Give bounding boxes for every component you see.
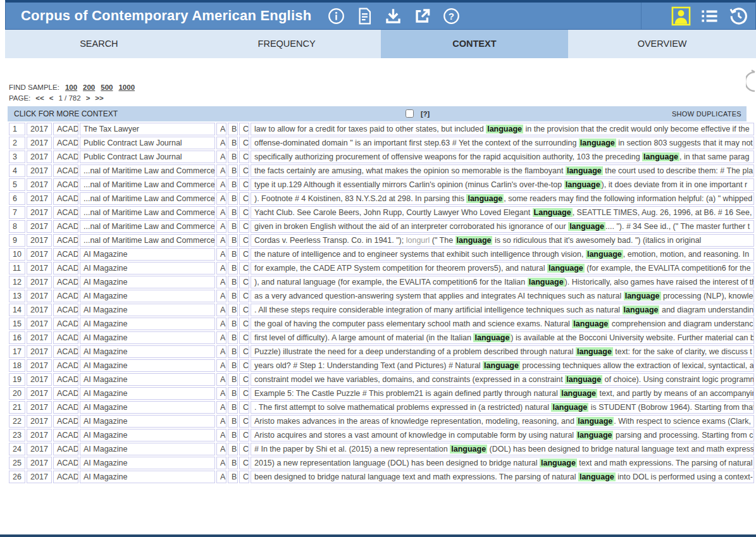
- kwic-context[interactable]: Aristo makes advances in the areas of kn…: [251, 415, 754, 428]
- kwic-keyword[interactable]: language: [568, 222, 605, 231]
- kwic-context[interactable]: given in broken English without the aid …: [251, 220, 754, 233]
- expand-c-link[interactable]: C: [239, 206, 249, 219]
- row-genre-link[interactable]: ACAD: [53, 415, 78, 428]
- kwic-keyword[interactable]: language: [560, 389, 597, 398]
- kwic-keyword[interactable]: Language: [533, 208, 573, 217]
- row-source-link[interactable]: ...nal of Maritime Law and Commerce: [80, 178, 215, 191]
- expand-b-link[interactable]: B: [228, 387, 238, 400]
- kwic-keyword[interactable]: language: [540, 459, 577, 467]
- row-source-link[interactable]: AI Magazine: [80, 457, 215, 469]
- expand-b-link[interactable]: B: [228, 429, 238, 441]
- kwic-context[interactable]: law to allow for a credit for taxes paid…: [251, 123, 754, 135]
- row-genre-link[interactable]: ACAD: [53, 318, 78, 330]
- kwic-keyword[interactable]: language: [547, 264, 585, 273]
- kwic-keyword[interactable]: language: [486, 125, 523, 133]
- expand-c-link[interactable]: C: [239, 262, 249, 275]
- external-link-icon[interactable]: [414, 8, 431, 25]
- kwic-context[interactable]: been designed to bridge natural language…: [251, 471, 754, 483]
- expand-b-link[interactable]: B: [228, 290, 238, 302]
- row-source-link[interactable]: AI Magazine: [80, 471, 215, 483]
- expand-c-link[interactable]: C: [239, 123, 249, 135]
- row-genre-link[interactable]: ACAD: [53, 359, 78, 372]
- tab-context[interactable]: CONTEXT: [381, 30, 569, 58]
- expand-a-link[interactable]: A: [216, 471, 226, 483]
- kwic-context[interactable]: constraint model we have variables, doma…: [251, 373, 754, 386]
- expand-a-link[interactable]: A: [216, 137, 226, 149]
- row-genre-link[interactable]: ACAD: [53, 457, 78, 469]
- row-source-link[interactable]: AI Magazine: [80, 304, 215, 316]
- row-genre-link[interactable]: ACAD: [53, 151, 78, 163]
- tab-overview[interactable]: OVERVIEW: [568, 30, 756, 58]
- row-source-link[interactable]: AI Magazine: [80, 248, 215, 261]
- row-source-link[interactable]: AI Magazine: [80, 276, 215, 288]
- checkbox-help-link[interactable]: [?]: [421, 106, 430, 121]
- expand-a-link[interactable]: A: [216, 304, 226, 316]
- row-source-link[interactable]: AI Magazine: [80, 429, 215, 441]
- kwic-keyword[interactable]: language: [473, 333, 511, 342]
- expand-c-link[interactable]: C: [239, 415, 249, 428]
- download-icon[interactable]: [385, 8, 402, 25]
- kwic-keyword[interactable]: language: [455, 236, 493, 245]
- kwic-context[interactable]: Puzzle) illustrate the need for a deep u…: [251, 345, 754, 358]
- expand-a-link[interactable]: A: [216, 151, 226, 163]
- row-source-link[interactable]: AI Magazine: [80, 443, 215, 455]
- row-source-link[interactable]: AI Magazine: [80, 359, 215, 372]
- prev-page-button[interactable]: <: [49, 94, 54, 102]
- kwic-keyword[interactable]: language: [623, 306, 660, 314]
- expand-b-link[interactable]: B: [228, 137, 238, 149]
- expand-a-link[interactable]: A: [216, 234, 226, 247]
- kwic-context[interactable]: as a very advanced question-answering sy…: [251, 290, 754, 302]
- expand-c-link[interactable]: C: [239, 331, 249, 344]
- expand-c-link[interactable]: C: [239, 151, 249, 163]
- expand-c-link[interactable]: C: [239, 290, 249, 302]
- kwic-keyword[interactable]: language: [564, 180, 602, 189]
- tab-search[interactable]: SEARCH: [5, 30, 193, 58]
- expand-b-link[interactable]: B: [228, 401, 238, 414]
- list-icon[interactable]: [700, 7, 719, 25]
- row-genre-link[interactable]: ACAD: [53, 234, 78, 247]
- info-icon[interactable]: [328, 8, 345, 25]
- help-icon[interactable]: ?: [443, 8, 460, 25]
- expand-a-link[interactable]: A: [216, 262, 226, 275]
- kwic-keyword[interactable]: language: [528, 278, 565, 287]
- kwic-keyword[interactable]: language: [483, 361, 520, 370]
- row-genre-link[interactable]: ACAD: [53, 123, 78, 135]
- row-genre-link[interactable]: ACAD: [53, 443, 78, 455]
- row-genre-link[interactable]: ACAD: [53, 331, 78, 344]
- expand-c-link[interactable]: C: [239, 220, 249, 233]
- row-source-link[interactable]: ...nal of Maritime Law and Commerce: [80, 234, 215, 247]
- expand-c-link[interactable]: C: [239, 401, 249, 414]
- kwic-keyword[interactable]: language: [578, 472, 616, 481]
- expand-c-link[interactable]: C: [239, 373, 249, 386]
- expand-c-link[interactable]: C: [239, 457, 249, 469]
- expand-a-link[interactable]: A: [216, 206, 226, 219]
- kwic-keyword[interactable]: language: [576, 347, 613, 356]
- row-source-link[interactable]: AI Magazine: [80, 401, 215, 414]
- kwic-context[interactable]: 2015) a new representation language (DOL…: [251, 457, 754, 469]
- row-genre-link[interactable]: ACAD: [53, 178, 78, 191]
- expand-a-link[interactable]: A: [216, 276, 226, 288]
- document-icon[interactable]: [357, 8, 373, 25]
- expand-b-link[interactable]: B: [228, 304, 238, 316]
- scrollbar[interactable]: [746, 66, 756, 95]
- expand-c-link[interactable]: C: [239, 248, 249, 261]
- expand-c-link[interactable]: C: [239, 137, 249, 149]
- expand-b-link[interactable]: B: [228, 443, 238, 455]
- expand-c-link[interactable]: C: [239, 359, 249, 372]
- row-genre-link[interactable]: ACAD: [53, 192, 78, 205]
- expand-c-link[interactable]: C: [239, 345, 249, 358]
- expand-a-link[interactable]: A: [216, 331, 226, 344]
- kwic-keyword[interactable]: language: [551, 403, 588, 412]
- kwic-context[interactable]: Cordas v. Peerless Transp. Co. in 1941. …: [251, 234, 754, 247]
- kwic-context[interactable]: the goal of having the computer pass ele…: [251, 318, 754, 330]
- row-source-link[interactable]: Public Contract Law Journal: [80, 137, 215, 149]
- row-genre-link[interactable]: ACAD: [53, 220, 78, 233]
- sample-500-link[interactable]: 500: [101, 83, 113, 91]
- history-icon[interactable]: [728, 6, 748, 26]
- row-source-link[interactable]: ...nal of Maritime Law and Commerce: [80, 206, 215, 219]
- expand-a-link[interactable]: A: [216, 248, 226, 261]
- row-genre-link[interactable]: ACAD: [53, 262, 78, 275]
- expand-a-link[interactable]: A: [216, 318, 226, 330]
- kwic-keyword[interactable]: language: [576, 431, 614, 440]
- expand-b-link[interactable]: B: [228, 471, 238, 483]
